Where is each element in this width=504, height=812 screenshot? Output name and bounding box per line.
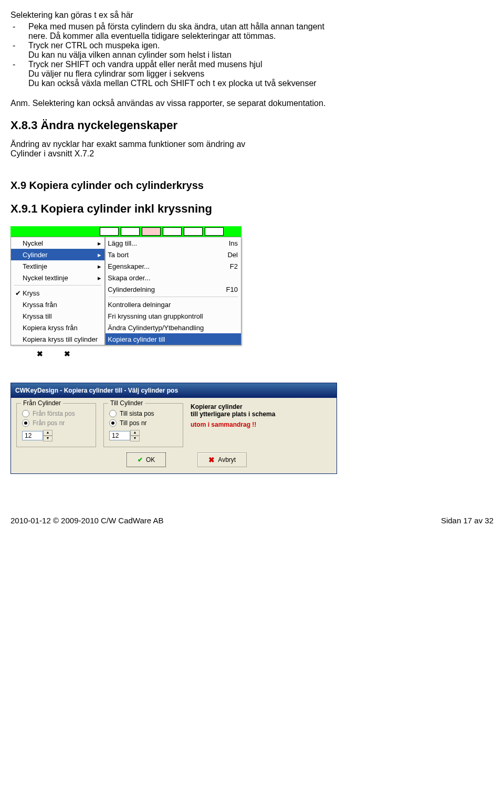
close-icon: ✖	[208, 456, 215, 464]
schema-bottom-strip: ✖ ✖	[10, 345, 242, 362]
submenu-kontrollera-delningar[interactable]: Kontrollera delningar	[106, 299, 241, 310]
dash-icon: -	[10, 41, 28, 60]
to-group-label: Till Cylinder	[108, 399, 145, 407]
spinner-down-icon[interactable]: ▼	[130, 436, 140, 441]
x83-text: Ändring av nycklar har exakt samma funkt…	[10, 140, 494, 159]
radio-icon	[22, 410, 29, 417]
menu-item-nyckel-textlinje[interactable]: Nyckel textlinje ▸	[11, 272, 104, 283]
context-menu-screenshot: Nyckel ▸ Cylinder ▸ Textlinje ▸ Nyckel t…	[10, 226, 242, 362]
check-icon: ✔	[13, 289, 23, 297]
anm-note: Anm. Selektering kan också användas av v…	[10, 99, 494, 108]
from-pos-spinner[interactable]: ▲ ▼	[22, 430, 90, 441]
submenu-skapa-order[interactable]: Skapa order...	[106, 272, 241, 283]
from-cylinder-group: Från Cylinder Från första pos Från pos n…	[16, 403, 96, 447]
radio-icon	[109, 410, 117, 417]
check-icon: ✔	[138, 456, 143, 463]
menu-item-textlinje[interactable]: Textlinje ▸	[11, 260, 104, 272]
submenu-cylinderdelning[interactable]: Cylinderdelning F10	[106, 283, 241, 295]
dash-icon: -	[10, 60, 28, 88]
spinner-up-icon[interactable]: ▲	[130, 430, 140, 436]
copy-cylinder-dialog: CWKeyDesign - Kopiera cylinder till - Vä…	[10, 383, 337, 474]
menu-item-kryss[interactable]: ✔ Kryss	[11, 287, 104, 299]
footer-right: Sidan 17 av 32	[441, 516, 494, 525]
menu-item-kopiera-kryss-till[interactable]: Kopiera kryss till cylinder	[11, 333, 104, 345]
dialog-titlebar[interactable]: CWKeyDesign - Kopiera cylinder till - Vä…	[11, 383, 337, 398]
chevron-right-icon: ▸	[95, 251, 101, 259]
menu-item-kopiera-kryss-fran[interactable]: Kopiera kryss från	[11, 322, 104, 333]
dialog-title-text: CWKeyDesign - Kopiera cylinder till - Vä…	[15, 387, 178, 394]
chevron-right-icon: ▸	[95, 274, 101, 282]
schema-header-strip	[10, 226, 242, 237]
submenu-lagg-till[interactable]: Lägg till... Ins	[106, 237, 241, 249]
context-menu-main: Nyckel ▸ Cylinder ▸ Textlinje ▸ Nyckel t…	[10, 237, 105, 345]
dialog-info-text: Kopierar cylinder till ytterligare plats…	[191, 403, 331, 447]
context-submenu-cylinder: Lägg till... Ins Ta bort Del Egenskaper.…	[105, 237, 242, 345]
to-cylinder-group: Till Cylinder Till sista pos Till pos nr…	[103, 403, 183, 447]
footer-left: 2010-01-12 © 2009-2010 C/W CadWare AB	[10, 516, 164, 525]
bullet-2: - Tryck ner CTRL och muspeka igen. Du ka…	[10, 41, 494, 60]
chevron-right-icon: ▸	[95, 262, 101, 270]
to-last-pos-radio[interactable]: Till sista pos	[109, 410, 177, 417]
from-first-pos-radio[interactable]: Från första pos	[22, 410, 90, 417]
radio-icon	[22, 419, 29, 427]
from-group-label: Från Cylinder	[21, 399, 63, 407]
to-pos-nr-radio[interactable]: Till pos nr	[109, 419, 177, 427]
submenu-fri-kryssning[interactable]: Fri kryssning utan gruppkontroll	[106, 310, 241, 322]
bullet-1: - Peka med musen på första cylindern du …	[10, 22, 494, 41]
from-pos-nr-radio[interactable]: Från pos nr	[22, 419, 90, 427]
menu-item-kryssa-fran[interactable]: Kryssa från	[11, 299, 104, 310]
menu-separator	[14, 285, 101, 286]
chevron-right-icon: ▸	[95, 239, 101, 247]
bullet-3: - Tryck ner SHIFT och vandra uppåt eller…	[10, 60, 494, 88]
intro-line: Selektering kan göras t ex så här	[10, 10, 494, 20]
x-mark-icon: ✖	[64, 350, 70, 358]
dash-icon: -	[10, 22, 28, 41]
spinner-down-icon[interactable]: ▼	[43, 436, 52, 441]
submenu-kopiera-cylinder-till[interactable]: Kopiera cylinder till	[106, 333, 241, 345]
radio-icon	[109, 419, 117, 427]
spinner-up-icon[interactable]: ▲	[43, 430, 52, 436]
heading-x91: X.9.1 Kopiera cylinder inkl kryssning	[10, 202, 494, 216]
submenu-ta-bort[interactable]: Ta bort Del	[106, 249, 241, 260]
page-footer: 2010-01-12 © 2009-2010 C/W CadWare AB Si…	[10, 516, 494, 525]
to-pos-spinner[interactable]: ▲ ▼	[109, 430, 177, 441]
x-mark-icon: ✖	[37, 350, 43, 358]
menu-item-cylinder[interactable]: Cylinder ▸	[11, 249, 104, 260]
heading-x9: X.9 Kopiera cylinder och cylinderkryss	[10, 180, 494, 192]
cancel-button[interactable]: ✖ Avbryt	[197, 452, 247, 467]
to-pos-input[interactable]	[109, 431, 130, 440]
bullet-list-1: - Peka med musen på första cylindern du …	[10, 22, 494, 88]
menu-item-kryssa-till[interactable]: Kryssa till	[11, 310, 104, 322]
menu-separator	[109, 297, 238, 297]
body-text: Selektering kan göras t ex så här - Peka…	[10, 10, 494, 216]
from-pos-input[interactable]	[22, 431, 43, 440]
submenu-andra-cylindertyp[interactable]: Ändra Cylindertyp/Ytbehandling	[106, 322, 241, 333]
ok-button[interactable]: ✔ OK	[127, 452, 166, 467]
submenu-egenskaper[interactable]: Egenskaper... F2	[106, 260, 241, 272]
heading-x83: X.8.3 Ändra nyckelegenskaper	[10, 119, 494, 132]
menu-item-nyckel[interactable]: Nyckel ▸	[11, 237, 104, 249]
